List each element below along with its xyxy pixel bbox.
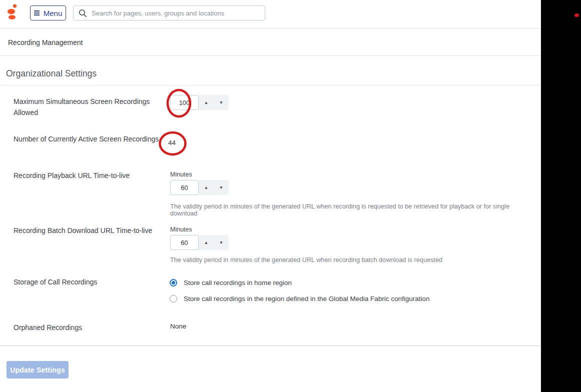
menu-button[interactable]: Menu <box>30 6 66 20</box>
field-label: Storage of Call Recordings <box>14 276 165 288</box>
hamburger-icon <box>34 10 40 16</box>
field-label: Recording Playback URL Time-to-live <box>14 170 165 181</box>
app-root: Menu Recording Management Organizational… <box>0 0 581 392</box>
red-dot <box>574 14 579 17</box>
max-simultaneous-spinner: ▲ ▼ <box>170 95 229 110</box>
page-title: Recording Management <box>8 38 83 46</box>
divider <box>0 346 541 346</box>
radio-button-selected-icon[interactable] <box>170 279 177 286</box>
help-text: The validity period in minutes of the ge… <box>170 203 525 217</box>
top-header: Menu <box>0 0 541 28</box>
max-simultaneous-input[interactable] <box>170 95 199 110</box>
right-black-strip <box>541 0 581 392</box>
radio-button-unselected-icon[interactable] <box>170 295 177 302</box>
decrement-button[interactable]: ▼ <box>214 235 229 250</box>
unit-label: Minutes <box>170 226 192 233</box>
search-box <box>73 6 265 20</box>
playback-ttl-input[interactable] <box>170 180 199 195</box>
annotation-overlay <box>0 0 581 392</box>
unit-label: Minutes <box>170 171 192 178</box>
breadcrumb-bar: Recording Management <box>0 29 541 56</box>
radio-option-home-region[interactable]: Store call recordings in home region <box>170 279 292 286</box>
genesys-logo <box>8 4 17 20</box>
radio-option-global-media-fabric[interactable]: Store call recordings in the region defi… <box>170 295 430 302</box>
decrement-button[interactable]: ▼ <box>214 95 229 110</box>
divider <box>0 85 541 86</box>
section-heading: Organizational Settings <box>6 68 97 79</box>
field-label: Orphaned Recordings <box>14 322 165 333</box>
menu-button-label: Menu <box>44 9 63 18</box>
increment-button[interactable]: ▲ <box>199 180 214 195</box>
batch-ttl-input[interactable] <box>170 235 199 250</box>
search-input[interactable] <box>92 10 260 17</box>
batch-ttl-spinner: ▲ ▼ <box>170 235 229 250</box>
help-text: The validity period in minutes of the ge… <box>170 256 525 264</box>
field-label: Number of Currently Active Screen Record… <box>14 134 165 144</box>
active-recordings-value: 44 <box>168 139 176 146</box>
playback-ttl-spinner: ▲ ▼ <box>170 180 229 195</box>
decrement-button[interactable]: ▼ <box>214 180 229 195</box>
field-label: Recording Batch Download URL Time-to-liv… <box>14 225 165 236</box>
increment-button[interactable]: ▲ <box>199 235 214 250</box>
radio-option-label: Store call recordings in the region defi… <box>184 295 430 302</box>
increment-button[interactable]: ▲ <box>199 95 214 110</box>
orphaned-recordings-value: None <box>170 322 186 330</box>
field-label: Maximum Simultaneous Screen Recordings A… <box>14 96 165 118</box>
update-settings-button[interactable]: Update Settings <box>7 361 69 378</box>
radio-option-label: Store call recordings in home region <box>184 279 292 286</box>
search-icon <box>79 9 87 18</box>
